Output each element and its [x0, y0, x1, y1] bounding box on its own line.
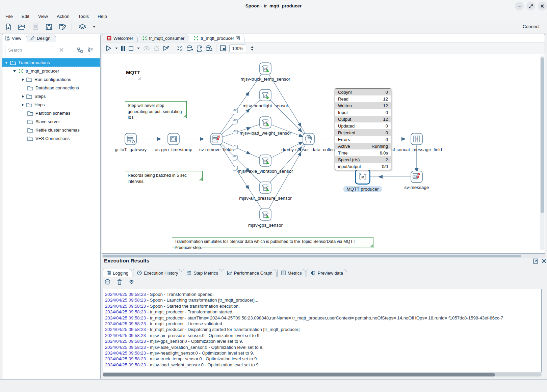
debug-bug-icon-disabled[interactable]: [153, 45, 159, 51]
tree-item-tr-mqtt-producer[interactable]: tr_mqtt_producer: [2, 67, 100, 75]
step-as-gen-timestamp[interactable]: as-gen_timestamp: [167, 133, 180, 145]
close-panel-icon[interactable]: [542, 259, 546, 263]
step-mjsv-load-weight-sensor[interactable]: JS mjsv-load_weight_sensor: [259, 116, 271, 129]
save-button[interactable]: [45, 23, 53, 31]
explore-repository-button-disabled[interactable]: [31, 23, 40, 31]
menu-edit[interactable]: Edit: [22, 14, 29, 19]
tab-tr-mqtt-producer[interactable]: tr_mqtt_producer: [189, 34, 244, 42]
tab-welcome[interactable]: Welcome!: [102, 34, 138, 42]
step-mjsv-air-pressure-sensor[interactable]: JS mjsv-air_pressure_sensor: [259, 181, 271, 194]
menu-help[interactable]: Help: [98, 14, 107, 19]
tree-item-database-connections[interactable]: Database connections: [2, 84, 100, 92]
metric-row: ActiveRunning: [335, 143, 391, 149]
stop-icon[interactable]: [128, 46, 134, 51]
log-settings-gear-icon[interactable]: [129, 279, 134, 285]
close-tab-icon[interactable]: [236, 36, 240, 40]
perspectives-caret-icon[interactable]: [93, 26, 96, 28]
note-description[interactable]: Transformation simulates IoT Sensor data…: [172, 237, 373, 248]
zoom-increase-icon[interactable]: [251, 46, 254, 48]
step-mjsv-gps-sensor[interactable]: JS mjsv-gps_sensor: [259, 208, 271, 221]
tree-item-transformations[interactable]: Transformations: [2, 58, 100, 67]
verify-transformation-icon[interactable]: [177, 45, 183, 51]
expander-icon[interactable]: [22, 78, 24, 81]
step-mjsv-truck-temp-sensor[interactable]: JS mjsv-truck_temp_sensor: [259, 62, 271, 75]
clear-log-icon[interactable]: [105, 279, 110, 285]
zoom-level-input[interactable]: 100%: [229, 45, 246, 52]
tab-preview-data[interactable]: Preview data: [307, 269, 347, 277]
metric-label: Active: [338, 144, 350, 149]
tree-item-kettle-cluster-schemas[interactable]: Kettle cluster schemas: [2, 126, 100, 134]
menu-action[interactable]: Action: [57, 14, 70, 19]
stop-options-caret-icon[interactable]: [137, 48, 140, 49]
preview-eye-icon-disabled[interactable]: [143, 46, 150, 51]
maximize-panel-icon[interactable]: [533, 258, 538, 264]
connect-button[interactable]: Connect: [523, 24, 540, 29]
step-mqtt-producer-selected[interactable]: M MQTT producer: [355, 169, 370, 185]
save-as-button[interactable]: [58, 23, 67, 31]
step-mjsv-axle-vibration-sensor[interactable]: JS mjsv-axle_vibration_sensor: [259, 155, 271, 167]
scrollbar-thumb[interactable]: [541, 57, 544, 213]
expander-icon[interactable]: [22, 95, 24, 98]
tree-item-partition-schemas[interactable]: Partition schemas: [2, 109, 100, 117]
explore-database-icon[interactable]: [206, 45, 213, 52]
step-gr-iot-gateway[interactable]: gr-IoT_gateway: [125, 133, 137, 145]
expander-icon[interactable]: [22, 104, 24, 106]
list-view-toggle-icon[interactable]: [88, 48, 94, 52]
tree-item-hops[interactable]: Hops: [2, 101, 100, 109]
step-sv-remove-fields[interactable]: sv-remove_fields: [210, 133, 223, 145]
menu-tools[interactable]: Tools: [78, 14, 89, 19]
collapsed-note-icon[interactable]: [137, 76, 141, 80]
tab-logging[interactable]: Logging: [103, 269, 132, 277]
log-message: - mjsv-axle_vibration_sensor.0 - Optimiz…: [147, 345, 263, 350]
step-sv-message[interactable]: sv-message: [411, 171, 423, 183]
canvas-horizontal-scrollbar[interactable]: [102, 254, 545, 258]
sql-editor-icon[interactable]: [197, 45, 202, 52]
impact-analysis-icon[interactable]: [186, 45, 193, 52]
log-timestamp: 2024/04/25 09:58:23: [105, 292, 146, 297]
tab-design[interactable]: Design: [27, 34, 56, 42]
scrollbar-thumb[interactable]: [103, 255, 521, 257]
minimize-button[interactable]: [515, 2, 524, 10]
replay-icon[interactable]: [163, 45, 170, 51]
note-batching[interactable]: Records being batched in 5 sec intervals…: [125, 171, 203, 181]
new-file-button[interactable]: [4, 23, 13, 31]
tree-item-vfs-connections[interactable]: VFS Connections: [2, 134, 100, 143]
tab-metrics[interactable]: Metrics: [277, 269, 306, 277]
run-options-caret-icon[interactable]: [115, 48, 118, 49]
canvas-vertical-scrollbar[interactable]: [540, 55, 544, 250]
tree-item-run-configurations[interactable]: Run configurations: [2, 75, 100, 84]
pause-icon[interactable]: [121, 46, 125, 51]
step-dmmy-sensor-data-collect[interactable]: dmmy-sensor_data_collect: [303, 133, 315, 145]
step-mjsv-headlight-sensor[interactable]: JS mjsv-headlight_sensor: [259, 89, 271, 101]
tab-view[interactable]: View: [2, 34, 27, 42]
expander-icon[interactable]: [5, 62, 8, 64]
log-output[interactable]: 2024/04/25 09:58:23 - Spoon - Transforma…: [103, 289, 542, 372]
tab-execution-history[interactable]: Execution History: [133, 269, 182, 277]
expander-icon[interactable]: [13, 70, 16, 72]
perspectives-button[interactable]: [77, 23, 88, 31]
open-file-button[interactable]: [18, 23, 26, 31]
metric-value: Running: [372, 144, 388, 149]
zoom-stepper[interactable]: [251, 46, 254, 51]
connections-toggle-icon[interactable]: [77, 48, 83, 53]
tab-performance-graph[interactable]: Performance Graph: [223, 269, 277, 277]
transformation-canvas[interactable]: MQTT gr-IoT_gateway as-ge: [102, 54, 545, 254]
menu-view[interactable]: View: [38, 14, 48, 19]
note-generator[interactable]: Step will never stop generating output, …: [125, 101, 187, 118]
zoom-decrease-icon[interactable]: [251, 49, 254, 51]
clear-search-icon[interactable]: [59, 48, 64, 52]
run-icon[interactable]: [106, 45, 112, 51]
tab-tr-mqtt-consumer[interactable]: tr_mqtt_consumer: [138, 34, 189, 42]
close-button[interactable]: [538, 2, 547, 10]
tree-item-steps[interactable]: Steps: [2, 92, 100, 101]
scrollbar-thumb[interactable]: [103, 373, 495, 376]
tab-step-metrics[interactable]: 12 Step Metrics: [183, 269, 222, 277]
maximize-button[interactable]: [526, 2, 535, 10]
search-input[interactable]: [5, 46, 53, 54]
show-minimap-icon[interactable]: [220, 45, 226, 51]
step-cf-concat-message-field[interactable]: cf-concat_message_field: [411, 133, 423, 145]
tree-item-slave-server[interactable]: Slave server: [2, 117, 100, 126]
delete-log-trash-icon[interactable]: [117, 279, 122, 285]
log-horizontal-scrollbar[interactable]: [103, 373, 542, 376]
menu-file[interactable]: File: [5, 14, 13, 19]
